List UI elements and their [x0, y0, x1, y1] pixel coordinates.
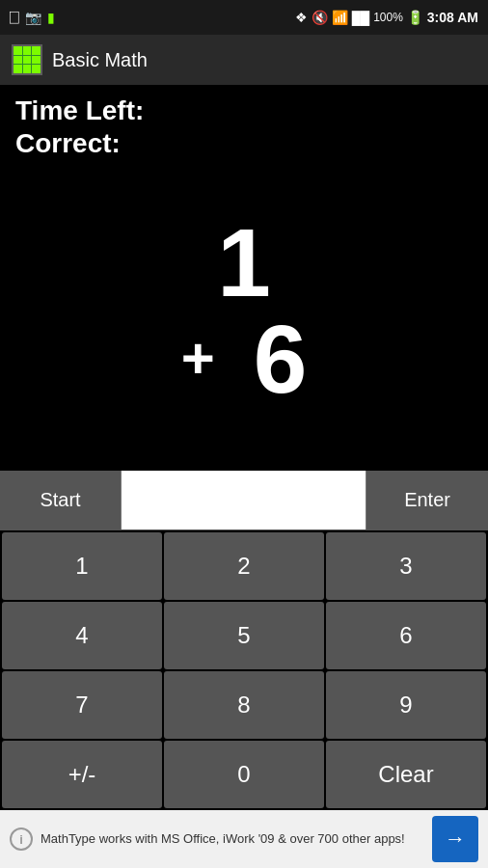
app-title: Basic Math	[52, 49, 148, 71]
numpad-button-3[interactable]: 3	[326, 532, 486, 600]
ad-text: MathType works with MS Office, iWork '09…	[41, 831, 424, 848]
numpad-button-0[interactable]: 0	[164, 741, 324, 808]
ad-arrow-button[interactable]: →	[432, 816, 478, 862]
numpad-button-clear[interactable]: Clear	[326, 741, 486, 808]
status-bar: ⎕ 📷 ▮ ❖ 🔇 📶 ██ 100% 🔋 3:08 AM	[0, 0, 488, 35]
ad-banner: i MathType works with MS Office, iWork '…	[0, 810, 488, 868]
number-bottom: 6	[254, 311, 308, 407]
numpad-button-7[interactable]: 7	[2, 671, 162, 739]
numpad-button-1[interactable]: 1	[2, 532, 162, 600]
numpad-button-5[interactable]: 5	[164, 602, 324, 669]
numpad: 1 2 3 4 5 6 7 8 9 +/- 0 Clear	[0, 530, 488, 810]
operator: +	[181, 325, 215, 392]
wifi-icon: 📶	[332, 10, 348, 25]
app-bar: Basic Math	[0, 35, 488, 85]
time-left-label: Time Left:	[15, 95, 473, 127]
signal-icon: ██	[352, 11, 369, 25]
usb-icon: ⎕	[10, 9, 19, 26]
numpad-button-plusminus[interactable]: +/-	[2, 741, 162, 808]
cast-icon: ❖	[295, 10, 308, 25]
status-right-icons: ❖ 🔇 📶 ██ 100% 🔋 3:08 AM	[295, 10, 478, 25]
number-top: 1	[217, 214, 271, 311]
answer-input[interactable]	[122, 471, 366, 529]
numpad-button-4[interactable]: 4	[2, 602, 162, 669]
math-row: + 6	[181, 311, 308, 407]
enter-button[interactable]: Enter	[366, 471, 488, 529]
numpad-button-8[interactable]: 8	[164, 671, 324, 739]
main-content: Time Left: Correct: 1 + 6	[0, 85, 488, 471]
grid-icon	[14, 46, 41, 73]
math-display: 1 + 6	[15, 169, 473, 471]
status-left-icons: ⎕ 📷 ▮	[10, 9, 55, 26]
app-icon	[12, 44, 42, 75]
image-icon: 📷	[25, 10, 41, 25]
numpad-button-9[interactable]: 9	[326, 671, 486, 739]
correct-label: Correct:	[15, 127, 473, 160]
keypad-area: Start Enter 1 2 3 4 5 6 7 8 9 +/- 0 Clea…	[0, 471, 488, 810]
input-row: Start Enter	[0, 471, 488, 530]
battery-percent: 100%	[373, 11, 403, 24]
start-button[interactable]: Start	[0, 471, 122, 529]
ad-info-icon: i	[10, 827, 33, 851]
mute-icon: 🔇	[312, 10, 328, 25]
status-time: 3:08 AM	[427, 10, 478, 25]
battery-charging-icon: ▮	[47, 10, 55, 25]
ad-arrow-icon: →	[445, 827, 466, 852]
numpad-button-2[interactable]: 2	[164, 532, 324, 600]
numpad-button-6[interactable]: 6	[326, 602, 486, 669]
battery-icon: 🔋	[407, 10, 423, 25]
